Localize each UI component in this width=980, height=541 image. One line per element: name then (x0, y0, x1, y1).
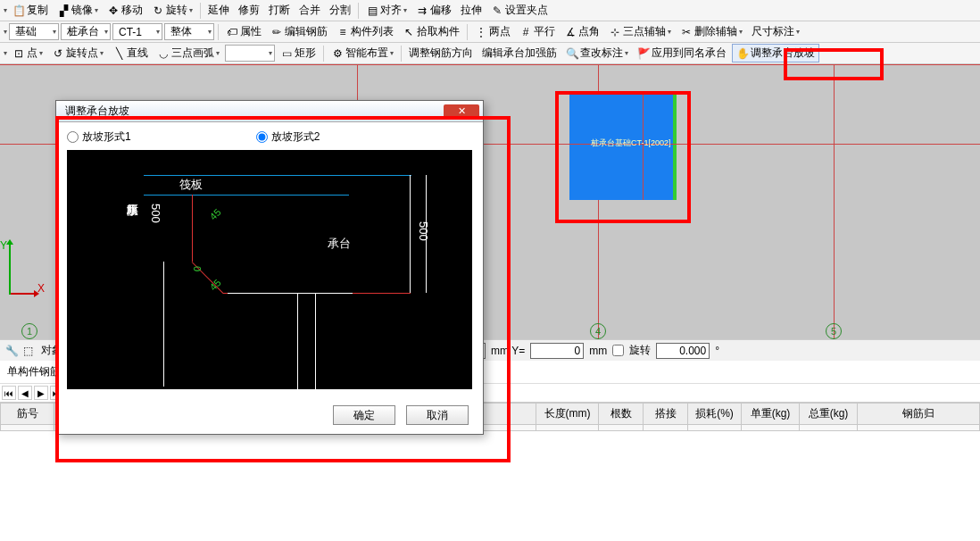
dimlabel-button[interactable]: 尺寸标注▾ (748, 23, 803, 40)
break-label: 打断 (269, 3, 290, 18)
cancel-button[interactable]: 取消 (406, 405, 469, 425)
axis-y-arrow (9, 243, 11, 295)
smartlayout-button[interactable]: ⚙智能布置▾ (328, 45, 397, 62)
foundation-dropdown[interactable]: 基础▾ (9, 23, 59, 40)
dialog-footer: 确定 取消 (56, 396, 483, 434)
editcap-label: 编辑承台加强筋 (482, 46, 557, 61)
dialog-body: 放坡形式1 放坡形式2 筏板 防水板厚 500 45 0 45 承台 500 (56, 122, 483, 396)
editrebar-button[interactable]: ✏编辑钢筋 (267, 23, 331, 40)
review-icon: 🔍 (566, 47, 578, 60)
ct-dropdown[interactable]: CT-1▾ (112, 23, 162, 40)
smart-icon: ⚙ (331, 47, 344, 60)
line-icon: ╲ (112, 47, 125, 60)
applysame-button[interactable]: 🚩应用到同名承台 (634, 45, 730, 62)
rect-button[interactable]: ▭矩形 (277, 45, 320, 62)
angle-label: 点角 (578, 24, 600, 39)
rotpoint-button[interactable]: ↺旋转点▾ (48, 45, 107, 62)
twopoint-button[interactable]: ⋮两点 (471, 23, 514, 40)
pick-label: 拾取构件 (417, 24, 460, 39)
attr-button[interactable]: 🏷属性 (222, 23, 265, 40)
setpoint-button[interactable]: ✎设置夹点 (487, 2, 552, 19)
empty-dropdown[interactable]: ▾ (225, 45, 275, 62)
angle-button[interactable]: ∡点角 (561, 23, 603, 40)
grid-marker-5: 5 (826, 323, 842, 339)
smartlayout-label: 智能布置 (345, 46, 388, 61)
th-0: 筋号 (1, 404, 54, 425)
nav-prev[interactable]: ◀ (18, 386, 32, 400)
twop-label: 两点 (489, 24, 511, 39)
y2-input[interactable] (530, 343, 584, 359)
split-button[interactable]: 分割 (326, 2, 354, 19)
dialog-titlebar[interactable]: 调整承台放坡 ✕ (56, 101, 483, 122)
component-block[interactable]: 桩承台基础CT-1[2002] (569, 91, 677, 200)
review-button[interactable]: 🔍查改标注▾ (562, 45, 632, 62)
move-button[interactable]: ✥移动 (104, 2, 146, 19)
stretch-label: 拉伸 (461, 3, 482, 18)
copy-button[interactable]: 📋复制 (9, 2, 52, 19)
complist-button[interactable]: ≡构件列表 (333, 23, 397, 40)
extend-button[interactable]: 延伸 (204, 2, 233, 19)
align-label: 对齐 (380, 3, 402, 18)
nav-next[interactable]: ▶ (34, 386, 48, 400)
pile-dropdown[interactable]: 桩承台▾ (61, 23, 111, 40)
pick-button[interactable]: ↖拾取构件 (399, 23, 463, 40)
toolbar-row-1: ▾ 📋复制 ▞镜像▾ ✥移动 ↻旋转▾ 延伸 修剪 打断 合并 分割 ▤对齐▾ … (0, 0, 980, 21)
adjustrebar-button[interactable]: 调整钢筋方向 (405, 45, 477, 62)
rotate-button[interactable]: ↻旋转▾ (148, 2, 196, 19)
trim-button[interactable]: 修剪 (235, 2, 263, 19)
list-icon: ≡ (336, 26, 349, 38)
close-button[interactable]: ✕ (444, 104, 479, 119)
line-label: 直线 (127, 46, 148, 61)
radio-opt2[interactable]: 放坡形式2 (256, 129, 320, 145)
chev[interactable]: ▾ (4, 28, 7, 36)
rotate-input[interactable] (656, 343, 710, 359)
rebar-icon: ✏ (270, 26, 283, 38)
point-icon: ✎ (491, 4, 503, 17)
merge-button[interactable]: 合并 (295, 2, 324, 19)
delaxis-label: 删除辅轴 (694, 24, 737, 39)
apply-icon: 🚩 (637, 47, 650, 60)
th-4: 搭接 (644, 404, 688, 425)
editrebar-label: 编辑钢筋 (285, 24, 328, 39)
rotate-checkbox[interactable] (612, 345, 624, 356)
tool-icon: 🔧 (5, 345, 18, 357)
line-button[interactable]: ╲直线 (109, 45, 152, 62)
dialog-title-text: 调整承台放坡 (65, 104, 129, 119)
attr-icon: 🏷 (226, 26, 238, 38)
stretch-button[interactable]: 拉伸 (457, 2, 486, 19)
dim500a: 500 (149, 204, 162, 223)
radio-opt1[interactable]: 放坡形式1 (67, 129, 131, 145)
rotate-label: 旋转 (166, 3, 187, 18)
delaxis-button[interactable]: ✂删除辅轴▾ (677, 23, 746, 40)
offset-button[interactable]: ⇉偏移 (412, 2, 455, 19)
editcap-button[interactable]: 编辑承台加强筋 (478, 45, 561, 62)
align-button[interactable]: ▤对齐▾ (362, 2, 411, 19)
dim0: 0 (192, 266, 203, 271)
adjustcap-label: 调整承台放坡 (751, 46, 815, 61)
triaxis-button[interactable]: ⊹三点辅轴▾ (605, 23, 675, 40)
grid-marker-4: 4 (590, 323, 606, 339)
nav-first[interactable]: ⏮ (2, 386, 16, 400)
merge-label: 合并 (299, 3, 320, 18)
rotpoint-icon: ↺ (52, 47, 64, 60)
mirror-button[interactable]: ▞镜像▾ (54, 2, 102, 19)
adjustrebar-label: 调整钢筋方向 (409, 46, 473, 61)
copy-icon: 📋 (12, 4, 25, 17)
whole-label: 整体 (167, 24, 208, 39)
slope-dialog: 调整承台放坡 ✕ 放坡形式1 放坡形式2 筏板 防水板厚 500 45 0 45 (55, 100, 484, 435)
foundation-label: 基础 (12, 24, 53, 39)
whole-dropdown[interactable]: 整体▾ (164, 23, 214, 40)
arc3-button[interactable]: ◡三点画弧▾ (154, 45, 223, 62)
break-button[interactable]: 打断 (265, 2, 294, 19)
ok-button[interactable]: 确定 (333, 405, 395, 425)
parallel-button[interactable]: #平行 (516, 23, 559, 40)
trim-label: 修剪 (238, 3, 260, 18)
dot-icon: ⊡ (12, 47, 25, 60)
point-button[interactable]: ⊡点▾ (9, 45, 46, 62)
arc3-label: 三点画弧 (171, 46, 214, 61)
dropdown-chev[interactable]: ▾ (4, 6, 7, 14)
offset-label: 偏移 (430, 3, 452, 18)
review-label: 查改标注 (580, 46, 623, 61)
chev[interactable]: ▾ (4, 49, 7, 57)
adjustcap-button[interactable]: ✋调整承台放坡 (732, 44, 819, 62)
